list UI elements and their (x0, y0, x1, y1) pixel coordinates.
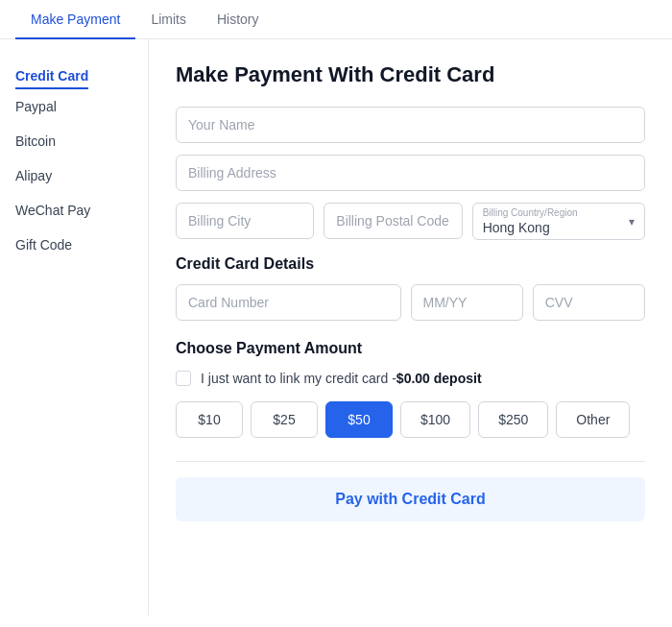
billing-city-col (176, 203, 314, 240)
billing-city-input[interactable] (176, 203, 314, 239)
link-card-deposit-amount: $0.00 deposit (396, 371, 482, 386)
top-nav: Make Payment Limits History (0, 0, 672, 39)
country-label: Billing Country/Region (483, 207, 635, 218)
card-number-col (176, 284, 401, 321)
tab-limits[interactable]: Limits (135, 0, 202, 38)
billing-location-row: Billing Country/Region Hong Kong ▾ (176, 203, 645, 240)
cvv-input[interactable] (533, 284, 645, 321)
amount-btn-25[interactable]: $25 (251, 401, 318, 438)
link-card-checkbox[interactable] (176, 371, 191, 386)
payment-amount-title: Choose Payment Amount (176, 340, 645, 357)
billing-postal-input[interactable] (324, 203, 462, 239)
link-card-label: I just want to link my credit card -$0.0… (201, 371, 482, 386)
amount-btn-250[interactable]: $250 (478, 401, 548, 438)
pay-button-wrapper: Pay with Credit Card (176, 461, 645, 521)
amount-btn-other[interactable]: Other (556, 401, 630, 438)
amount-btn-50[interactable]: $50 (325, 401, 393, 438)
link-card-label-text: I just want to link my credit card - (201, 371, 396, 386)
billing-address-group (176, 155, 645, 191)
card-fields-row (176, 284, 645, 321)
tab-make-payment[interactable]: Make Payment (15, 0, 135, 38)
sidebar-item-wechat-pay[interactable]: WeChat Pay (15, 193, 132, 228)
sidebar-item-paypal[interactable]: Paypal (15, 89, 132, 124)
country-select-wrapper[interactable]: Billing Country/Region Hong Kong ▾ (472, 203, 645, 240)
sidebar: Credit Card Paypal Bitcoin Alipay WeChat… (0, 39, 149, 615)
sidebar-item-bitcoin[interactable]: Bitcoin (15, 124, 132, 158)
amount-btn-100[interactable]: $100 (400, 401, 470, 438)
your-name-input[interactable] (176, 107, 645, 143)
tab-history[interactable]: History (202, 0, 275, 38)
billing-address-input[interactable] (176, 155, 645, 191)
billing-country-col: Billing Country/Region Hong Kong ▾ (472, 203, 645, 240)
pay-button[interactable]: Pay with Credit Card (176, 477, 645, 521)
amount-buttons-row: $10 $25 $50 $100 $250 Other (176, 401, 645, 438)
cvv-col (533, 284, 645, 321)
sidebar-item-alipay[interactable]: Alipay (15, 158, 132, 193)
sidebar-item-credit-card[interactable]: Credit Card (15, 59, 88, 89)
main-content: Make Payment With Credit Card Billing Co… (149, 39, 672, 615)
card-details-title: Credit Card Details (176, 255, 645, 273)
page-title: Make Payment With Credit Card (176, 62, 645, 87)
layout: Credit Card Paypal Bitcoin Alipay WeChat… (0, 39, 672, 615)
expiry-input[interactable] (411, 284, 523, 321)
expiry-col (411, 284, 523, 321)
billing-postal-col (324, 203, 462, 240)
amount-btn-10[interactable]: $10 (176, 401, 243, 438)
your-name-group (176, 107, 645, 143)
country-select[interactable]: Hong Kong (483, 220, 635, 235)
link-card-checkbox-row: I just want to link my credit card -$0.0… (176, 371, 645, 386)
card-number-input[interactable] (176, 284, 401, 321)
sidebar-item-gift-code[interactable]: Gift Code (15, 228, 132, 262)
